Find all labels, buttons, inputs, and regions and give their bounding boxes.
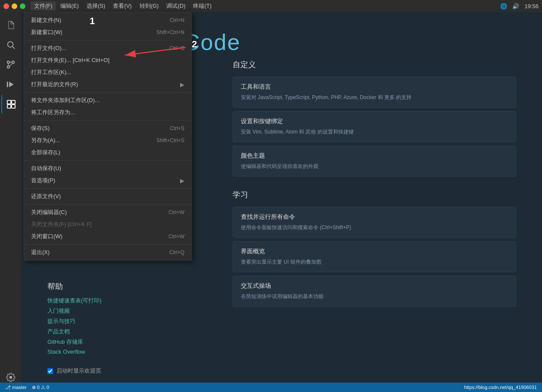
- learn-title: 学习: [233, 190, 516, 200]
- customize-cards: 工具和语言 安装对 JavaScript, TypeScript, Python…: [233, 77, 516, 177]
- svg-point-11: [9, 376, 12, 379]
- sidebar-icon-search[interactable]: [1, 35, 20, 54]
- card-desc-interactive: 在简短演练中试用编辑器的基本功能: [241, 292, 508, 300]
- customize-card-tools[interactable]: 工具和语言 安装对 JavaScript, TypeScript, Python…: [233, 77, 516, 108]
- menu-debug[interactable]: 调试(D): [163, 1, 189, 11]
- git-icon: ⎇ master: [5, 385, 27, 390]
- menu-item-new-file[interactable]: 新建文件(N) Ctrl+N: [24, 14, 191, 26]
- menu-item-close-editor[interactable]: 关闭编辑器(C) Ctrl+W: [24, 206, 191, 218]
- customize-card-keybindings[interactable]: 设置和按键绑定 安装 Vim, Sublime, Atom 和 其他 的设置和快…: [233, 111, 516, 142]
- sidebar-icon-source-control[interactable]: [1, 55, 20, 74]
- menu-goto[interactable]: 转到(G): [136, 1, 162, 11]
- svg-point-3: [12, 61, 15, 64]
- window-controls: [3, 3, 25, 9]
- menu-item-open-workspace[interactable]: 打开工作区(K)...: [24, 66, 191, 78]
- help-link-tips[interactable]: 提示与技巧: [47, 317, 102, 325]
- learn-card-interactive[interactable]: 交互式操场 在简短演练中试用编辑器的基本功能: [233, 276, 516, 307]
- help-link-intro-video[interactable]: 入门视频: [47, 307, 102, 315]
- card-desc-commands: 使用命令面板快速访问和搜索命令 (Ctrl+Shift+P): [241, 224, 508, 231]
- menu-edit[interactable]: 编辑(E): [57, 1, 82, 11]
- top-right-icons: 🌐 🔊 19:56: [500, 3, 539, 9]
- menu-item-revert[interactable]: 还原文件(V): [24, 190, 191, 202]
- menu-items: 文件(F) 编辑(E) 选择(S) 查看(V) 转到(G) 调试(D) 终端(T…: [31, 1, 215, 11]
- sidebar: [0, 12, 22, 392]
- menu-view[interactable]: 查看(V): [109, 1, 135, 11]
- status-url: https://blog.csdn.net/qq_41906031: [464, 385, 537, 390]
- startup-checkbox-row: 启动时显示欢迎页: [47, 367, 101, 375]
- file-dropdown-menu: 新建文件(N) Ctrl+N 新建窗口(W) Shift+Ctrl+N 打开文件…: [24, 12, 192, 261]
- minimize-button[interactable]: [12, 3, 17, 9]
- menu-item-save-as[interactable]: 另存为(A)... Shift+Ctrl+S: [24, 134, 191, 146]
- errors-icon: ⊗ 0 ⚠ 0: [32, 385, 49, 390]
- menu-item-open-recent[interactable]: 打开最近的文件(R) ▶: [24, 78, 191, 90]
- card-title-theme: 颜色主题: [241, 152, 508, 160]
- menu-terminal[interactable]: 终端(T): [190, 1, 215, 11]
- menu-item-close-folder: 关闭文件夹(F) [Ctrl+K F]: [24, 218, 191, 230]
- svg-rect-9: [7, 105, 11, 108]
- card-title-commands: 查找并运行所有命令: [241, 213, 508, 221]
- menu-item-add-folder[interactable]: 将文件夹添加到工作区(D)...: [24, 94, 191, 106]
- network-icon: 🌐: [500, 3, 507, 9]
- menu-item-preferences[interactable]: 首选项(P) ▶: [24, 174, 191, 187]
- svg-marker-5: [9, 82, 13, 87]
- help-link-stackoverflow[interactable]: Stack Overflow: [47, 348, 102, 355]
- svg-line-1: [12, 47, 15, 49]
- volume-icon: 🔊: [512, 3, 519, 9]
- svg-rect-7: [7, 100, 11, 104]
- top-menubar: 文件(F) 编辑(E) 选择(S) 查看(V) 转到(G) 调试(D) 终端(T…: [0, 0, 542, 12]
- menu-item-save[interactable]: 保存(S) Ctrl+S: [24, 122, 191, 134]
- menu-item-open-file[interactable]: 打开文件(O)... Ctrl+O: [24, 42, 191, 54]
- close-button[interactable]: [3, 3, 9, 9]
- card-title-interactive: 交互式操场: [241, 282, 508, 290]
- menu-item-save-workspace[interactable]: 将工作区另存为...: [24, 106, 191, 118]
- menu-item-auto-save[interactable]: 自动保存(U): [24, 162, 191, 174]
- help-section: 帮助 快捷键速查表(可打印) 入门视频 提示与技巧 产品文档 GitHub 存储…: [47, 281, 102, 358]
- card-desc-keybindings: 安装 Vim, Sublime, Atom 和 其他 的设置和快捷键: [241, 128, 508, 136]
- customize-card-theme[interactable]: 颜色主题 使编辑器和代码呈现你喜欢的外观: [233, 146, 516, 177]
- startup-checkbox[interactable]: [47, 368, 53, 374]
- menu-item-close-window[interactable]: 关闭窗口(W) Ctrl+W: [24, 230, 191, 243]
- help-title: 帮助: [47, 281, 102, 292]
- customize-title: 自定义: [233, 59, 516, 70]
- svg-point-0: [8, 42, 13, 47]
- menu-file[interactable]: 文件(F): [31, 1, 56, 11]
- svg-rect-8: [12, 100, 15, 104]
- sidebar-icon-debug[interactable]: [1, 75, 20, 94]
- help-link-github[interactable]: GitHub 存储库: [47, 338, 102, 346]
- svg-rect-10: [12, 105, 15, 108]
- svg-point-2: [7, 61, 10, 64]
- card-title-interface: 界面概览: [241, 248, 508, 255]
- learn-card-commands[interactable]: 查找并运行所有命令 使用命令面板快速访问和搜索命令 (Ctrl+Shift+P): [233, 207, 516, 238]
- menu-item-save-all[interactable]: 全部保存(L): [24, 146, 191, 159]
- card-desc-tools: 安装对 JavaScript, TypeScript, Python, PHP,…: [241, 93, 508, 101]
- status-bar: ⎇ master ⊗ 0 ⚠ 0 https://blog.csdn.net/q…: [0, 383, 542, 392]
- card-desc-interface: 查看突出显示主要 UI 组件的叠加图: [241, 258, 508, 266]
- help-link-docs[interactable]: 产品文档: [47, 328, 102, 336]
- sidebar-icon-files[interactable]: [1, 16, 20, 34]
- menu-select[interactable]: 选择(S): [83, 1, 109, 11]
- card-title-keybindings: 设置和按键绑定: [241, 118, 508, 125]
- code-logo-text: Code: [184, 29, 240, 55]
- menu-item-new-window[interactable]: 新建窗口(W) Shift+Ctrl+N: [24, 26, 191, 38]
- learn-card-interface[interactable]: 界面概览 查看突出显示主要 UI 组件的叠加图: [233, 241, 516, 272]
- maximize-button[interactable]: [20, 3, 25, 9]
- card-title-tools: 工具和语言: [241, 83, 508, 91]
- svg-rect-6: [7, 82, 8, 87]
- help-link-shortcuts[interactable]: 快捷键速查表(可打印): [47, 297, 102, 305]
- sidebar-icon-extensions[interactable]: [1, 95, 20, 114]
- menu-item-open-folder[interactable]: 打开文件夹(E)... [Ctrl+K Ctrl+O]: [24, 54, 191, 66]
- learn-cards: 查找并运行所有命令 使用命令面板快速访问和搜索命令 (Ctrl+Shift+P)…: [233, 207, 516, 307]
- startup-label: 启动时显示欢迎页: [56, 367, 101, 375]
- clock: 19:56: [524, 3, 539, 9]
- card-desc-theme: 使编辑器和代码呈现你喜欢的外观: [241, 162, 508, 170]
- menu-item-quit[interactable]: 退出(X) Ctrl+Q: [24, 246, 191, 258]
